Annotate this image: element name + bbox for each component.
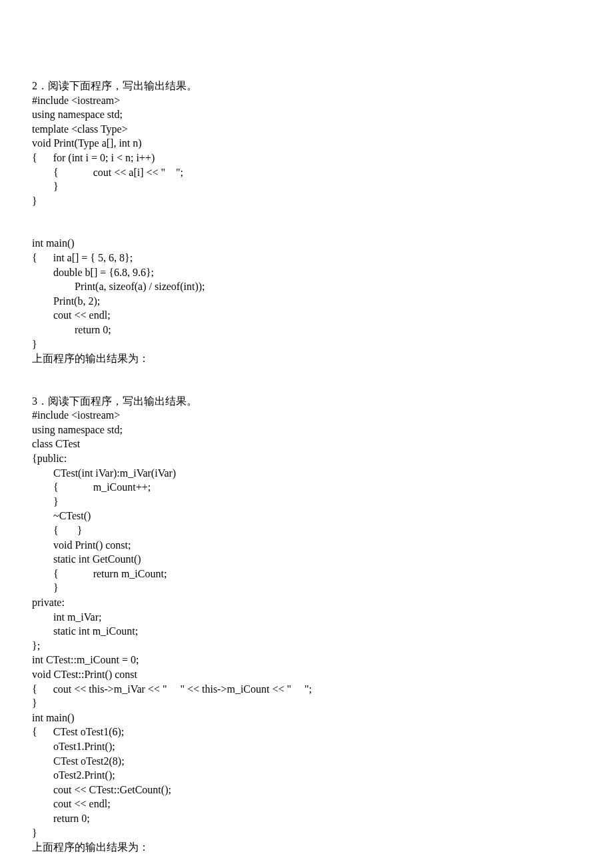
q3-code-line: static int m_iCount; — [32, 624, 581, 639]
q3-title: 3．阅读下面程序，写出输出结果。 — [32, 394, 581, 409]
q3-code-line: { m_iCount++; — [32, 480, 581, 495]
q3-code-line: ~CTest() — [32, 509, 581, 523]
q2-result-label: 上面程序的输出结果为： — [32, 351, 581, 366]
blank-line — [32, 366, 581, 380]
q3-code-line: { cout << this->m_iVar << " " << this->m… — [32, 682, 581, 697]
q3-code-line: CTest(int iVar):m_iVar(iVar) — [32, 466, 581, 481]
q2-code-line: cout << endl; — [32, 308, 581, 323]
q3-code-line: { return m_iCount; — [32, 567, 581, 581]
q2-code-line: { for (int i = 0; i < n; i++) — [32, 151, 581, 165]
q3-code-line: using namespace std; — [32, 423, 581, 437]
q3-code-line: } — [32, 581, 581, 595]
q2-code-line: #include <iostream> — [32, 93, 581, 108]
q3-code-line: } — [32, 826, 581, 841]
q2-code-line: { int a[] = { 5, 6, 8}; — [32, 251, 581, 265]
q3-code-line: int main() — [32, 711, 581, 725]
page: 2．阅读下面程序，写出输出结果。 #include <iostream> usi… — [0, 0, 613, 868]
q3-code-line: int m_iVar; — [32, 610, 581, 625]
q3-code-line: { } — [32, 523, 581, 538]
q3-code-line: } — [32, 495, 581, 509]
q2-code-line: void Print(Type a[], int n) — [32, 136, 581, 151]
q2-code-line: double b[] = {6.8, 9.6}; — [32, 265, 581, 280]
blank-line — [32, 208, 581, 222]
q3-code-line: int CTest::m_iCount = 0; — [32, 653, 581, 667]
q3-code-line: } — [32, 696, 581, 711]
q2-code-line: using namespace std; — [32, 107, 581, 122]
q2-code-line: template <class Type> — [32, 122, 581, 137]
blank-line — [32, 855, 581, 868]
q2-code-line: } — [32, 179, 581, 194]
q3-code-line: class CTest — [32, 437, 581, 451]
blank-line — [32, 222, 581, 236]
q2-title: 2．阅读下面程序，写出输出结果。 — [32, 79, 581, 93]
q3-code-line: {public: — [32, 451, 581, 466]
blank-line — [32, 380, 581, 394]
q2-code-line: int main() — [32, 236, 581, 251]
q3-code-line: cout << CTest::GetCount(); — [32, 783, 581, 797]
q3-code-line: { CTest oTest1(6); — [32, 725, 581, 739]
q3-code-line: void CTest::Print() const — [32, 667, 581, 682]
q2-code-line: Print(b, 2); — [32, 294, 581, 309]
q3-code-line: CTest oTest2(8); — [32, 754, 581, 769]
q2-code-line: } — [32, 337, 581, 352]
q3-code-line: private: — [32, 595, 581, 610]
q3-code-line: }; — [32, 639, 581, 653]
q2-code-line: return 0; — [32, 323, 581, 337]
q3-result-label: 上面程序的输出结果为： — [32, 840, 581, 855]
q3-code-line: void Print() const; — [32, 538, 581, 553]
q3-code-line: oTest1.Print(); — [32, 739, 581, 754]
q3-code-line: #include <iostream> — [32, 408, 581, 423]
q3-code-line: static int GetCount() — [32, 552, 581, 567]
q2-code-line: } — [32, 194, 581, 209]
q2-code-line: { cout << a[i] << " "; — [32, 165, 581, 180]
q3-code-line: oTest2.Print(); — [32, 768, 581, 783]
q3-code-line: cout << endl; — [32, 797, 581, 811]
q3-code-line: return 0; — [32, 811, 581, 826]
q2-code-line: Print(a, sizeof(a) / sizeof(int)); — [32, 279, 581, 294]
